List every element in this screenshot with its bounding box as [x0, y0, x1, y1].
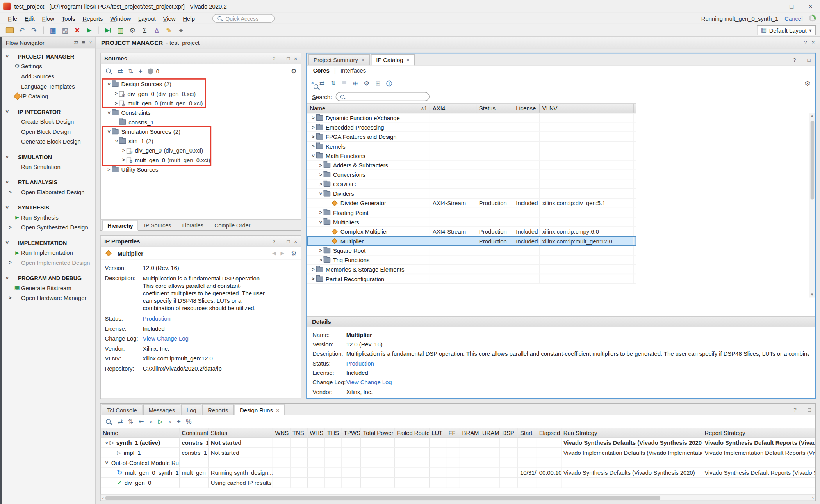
expander-icon[interactable] [310, 134, 316, 139]
catalog-row[interactable]: Complex Multiplier AXI4-Stream Productio… [307, 227, 636, 236]
bottom-tab[interactable]: Design Runs × [234, 404, 285, 415]
flow-nav-row[interactable]: Run Synthesis [2, 212, 95, 222]
column-header[interactable]: TNS [291, 428, 308, 437]
tree-item[interactable]: constrs_1 [103, 117, 301, 127]
quick-access-search[interactable] [212, 14, 274, 23]
search-icon[interactable] [105, 418, 112, 426]
maximize-icon[interactable]: □ [808, 57, 811, 63]
column-header[interactable]: BRAM [460, 428, 480, 437]
menu-item[interactable]: File [4, 14, 21, 23]
flow-nav-help-icon[interactable]: ? [89, 39, 92, 45]
paste-icon[interactable] [60, 25, 71, 35]
tree-item[interactable]: Utility Sources [103, 165, 301, 174]
menu-item[interactable]: Window [107, 14, 135, 23]
minimize-button[interactable]: – [763, 0, 782, 12]
close-button[interactable]: × [801, 0, 820, 12]
close-icon[interactable]: × [276, 407, 280, 413]
help-icon[interactable]: ? [793, 407, 797, 413]
expander-icon[interactable] [104, 438, 110, 447]
settings-gear-icon[interactable] [127, 25, 138, 35]
flow-nav-row[interactable]: Generate Block Design [2, 137, 95, 147]
percent-toggle-icon[interactable]: % [186, 418, 191, 426]
help-icon[interactable]: ? [804, 39, 807, 45]
column-header[interactable]: URAM [480, 428, 500, 437]
catalog-row[interactable]: Dividers [307, 189, 636, 199]
collapse-all-icon[interactable]: ⇄ [319, 80, 325, 87]
column-header[interactable]: Report Strategy [702, 428, 815, 437]
expander-icon[interactable] [318, 248, 324, 253]
catalog-row[interactable]: Divider Generator AXI4-Stream Production… [307, 199, 636, 208]
report-icon[interactable] [115, 25, 126, 35]
quick-access-input[interactable] [225, 15, 271, 21]
expander-icon[interactable] [310, 267, 316, 272]
back-arrow-icon[interactable]: ◀ [272, 250, 276, 256]
tree-item[interactable]: sim_1 (2) [103, 137, 301, 146]
run-icon[interactable]: ▷ [158, 418, 163, 426]
cancel-link[interactable]: Cancel [784, 15, 802, 21]
search-toggle-icon[interactable] [312, 82, 314, 84]
minimize-icon[interactable]: – [801, 407, 804, 413]
expand-all-icon[interactable]: ⇅ [128, 418, 134, 426]
scrollbar-thumb[interactable] [105, 496, 660, 500]
maximize-icon[interactable]: □ [287, 55, 290, 61]
catalog-row[interactable]: Adders & Subtracters [307, 161, 636, 170]
catalog-row[interactable]: Trig Functions [307, 256, 636, 265]
help-icon[interactable]: ? [793, 57, 796, 63]
expander-icon[interactable] [310, 115, 316, 120]
sources-tab[interactable]: Hierarchy [102, 220, 138, 231]
expander-icon[interactable] [318, 219, 324, 224]
expand-all-icon[interactable]: ⇅ [330, 80, 336, 87]
expander-icon[interactable] [318, 172, 324, 177]
catalog-row[interactable]: Math Functions [307, 151, 636, 160]
flow-nav-row[interactable]: Add Sources [2, 71, 95, 81]
search-icon[interactable] [105, 67, 112, 75]
flow-nav-row[interactable]: Open Elaborated Design [2, 187, 95, 197]
sources-tab[interactable]: IP Sources [139, 220, 176, 230]
catalog-row[interactable]: Multiplier Production Included xilinx.co… [307, 236, 636, 246]
catalog-row[interactable]: Floating Point [307, 208, 636, 217]
menu-item[interactable]: Flow [38, 14, 58, 23]
gear-icon[interactable]: ⚙ [291, 249, 297, 257]
column-header[interactable]: LUT [430, 428, 446, 437]
undo-icon[interactable] [16, 25, 27, 35]
flow-nav-row[interactable]: SYNTHESIS [2, 202, 95, 212]
tree-item[interactable]: div_gen_0 (div_gen_0.xci) [103, 89, 301, 98]
flow-nav-row[interactable]: PROJECT MANAGER [2, 51, 95, 61]
expander-icon[interactable] [310, 124, 316, 130]
expander-icon[interactable] [7, 225, 13, 230]
maximize-icon[interactable]: □ [287, 238, 290, 244]
package-icon[interactable]: ⊞ [375, 80, 381, 87]
collapse-all-icon[interactable]: ⇄ [118, 67, 123, 75]
expand-all-icon[interactable]: ⇅ [128, 67, 134, 75]
expander-icon[interactable] [106, 167, 112, 172]
expander-icon[interactable] [4, 154, 10, 159]
flow-nav-row[interactable]: SIMULATION [2, 152, 95, 162]
bottom-tab[interactable]: Messages [143, 404, 180, 415]
edit-icon[interactable] [163, 25, 174, 35]
scroll-right-icon[interactable]: › [812, 495, 814, 500]
close-icon[interactable]: × [361, 57, 365, 63]
expander-icon[interactable] [106, 110, 112, 115]
help-icon[interactable]: ? [273, 238, 276, 244]
catalog-row[interactable]: Memories & Storage Elements [307, 265, 636, 274]
catalog-row[interactable]: Kernels [307, 142, 636, 151]
expander-icon[interactable] [7, 260, 13, 265]
menu-item[interactable]: View [159, 14, 179, 23]
add-ip-icon[interactable]: ⊕ [353, 80, 358, 87]
expander-icon[interactable] [318, 210, 324, 215]
expander-icon[interactable] [4, 53, 10, 59]
expander-icon[interactable] [4, 240, 10, 245]
column-header[interactable]: WHS [308, 428, 325, 437]
scroll-up-icon[interactable]: ▲ [810, 113, 814, 118]
flow-nav-menu-icon[interactable]: ≡ [82, 39, 85, 45]
copy-icon[interactable] [47, 25, 58, 35]
column-header[interactable]: Status [209, 428, 273, 437]
expander-icon[interactable] [310, 153, 316, 158]
flow-nav-row[interactable]: IMPLEMENTATION [2, 238, 95, 248]
expander-icon[interactable] [4, 179, 10, 185]
expander-icon[interactable] [7, 189, 13, 194]
expander-icon[interactable] [113, 138, 119, 144]
close-icon[interactable]: × [812, 39, 815, 45]
hierarchy-view-icon[interactable]: ≣ [342, 80, 347, 87]
layout-selector[interactable]: Default Layout ▾ [757, 25, 816, 35]
